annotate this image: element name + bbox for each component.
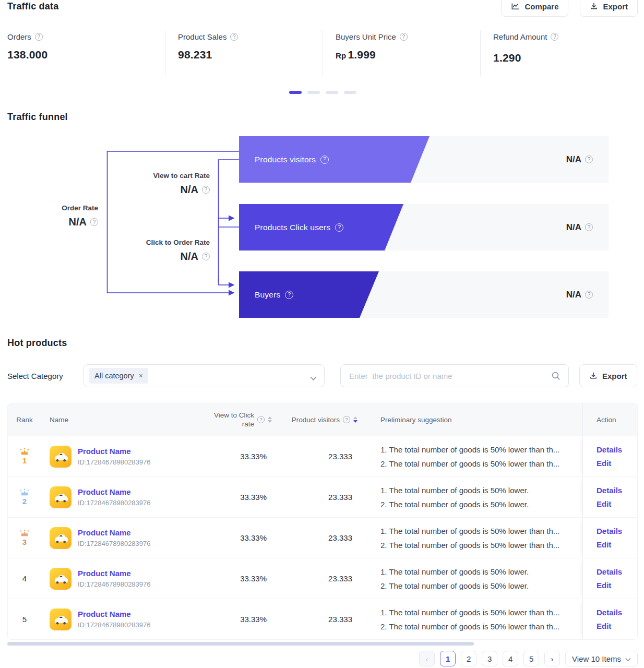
help-icon[interactable]: ? [320,156,329,164]
product-visitors-value: 23.333 [284,493,368,502]
details-link[interactable]: Details [597,565,637,578]
suggestion-line: 1. The total number of goods is 50% lowe… [380,565,582,579]
details-link[interactable]: Details [597,443,637,456]
export-button-top[interactable]: Export [580,0,638,17]
search-icon[interactable] [551,371,560,383]
help-icon[interactable]: ? [551,33,558,41]
page-button-4[interactable]: 4 [503,651,518,666]
product-name-link[interactable]: Product Name [78,528,131,537]
funnel-bar-label: Products Click users [255,223,330,232]
rank-number: 4 [22,574,27,583]
column-header-view-to-click-rate[interactable]: View to Click rate ? [190,411,284,428]
pagination: ‹ 1 2 3 4 5 › View 10 Items [7,651,638,666]
compare-button-label: Compare [524,2,558,11]
help-icon[interactable]: ? [585,291,593,299]
product-image[interactable] [50,609,71,630]
carousel-dot-3[interactable] [326,91,338,94]
help-icon[interactable]: ? [35,33,43,41]
rank-badge: 2 [19,488,30,506]
help-icon[interactable]: ? [585,223,593,231]
sort-icon[interactable] [268,416,272,423]
help-icon[interactable]: ? [230,33,238,41]
funnel-bar-buyers: Buyers ? [239,271,609,318]
page-button-2[interactable]: 2 [461,651,476,666]
category-chip: All category × [89,368,148,384]
product-image[interactable] [50,446,71,468]
carousel-dot-1[interactable] [289,91,302,94]
help-icon[interactable]: ? [202,253,210,260]
stats-row: Orders ? 138.000 Product Sales ? 98.231 … [7,30,638,76]
table-row: 4 Product Name ID:17284678980283976 33.3… [8,558,637,599]
page-button-3[interactable]: 3 [482,651,497,666]
export-button-table[interactable]: Export [579,364,637,387]
product-visitors-value: 23.333 [284,533,368,542]
help-icon[interactable]: ? [285,291,293,299]
product-name-link[interactable]: Product Name [78,569,131,578]
stat-buyers-unit-price: Buyers Unit Price ? Rp1.999 [323,30,480,76]
sort-icon-active-desc[interactable] [353,416,357,423]
edit-link[interactable]: Edit [597,457,637,470]
help-icon[interactable]: ? [257,416,265,423]
product-image[interactable] [50,527,71,549]
column-header-product-visitors[interactable]: Product visitors ? [284,416,368,424]
hot-products-title: Hot products [7,337,638,349]
table-header-row: Rank Name View to Click rate ? Product v… [8,403,637,436]
view-to-click-rate-value: 33.33% [190,574,284,583]
suggestion-line: 1. The total number of goods is 50% lowe… [380,605,582,619]
product-name-link[interactable]: Product Name [78,447,131,456]
product-name-link[interactable]: Product Name [78,487,131,496]
export-button-label: Export [602,372,627,380]
category-select[interactable]: All category × [84,364,325,387]
edit-link[interactable]: Edit [597,619,637,633]
page-button-1[interactable]: 1 [440,651,456,666]
hot-products-table: Rank Name View to Click rate ? Product v… [7,403,638,640]
product-image[interactable] [50,486,71,508]
stat-label: Product Sales [178,32,226,41]
close-icon[interactable]: × [139,372,143,379]
stat-value: 1.999 [348,49,376,61]
help-icon[interactable]: ? [202,186,210,194]
select-category-label: Select Category [7,372,84,380]
details-link[interactable]: Details [597,484,637,497]
help-icon[interactable]: ? [343,416,350,423]
edit-link[interactable]: Edit [597,497,637,510]
compare-button[interactable]: Compare [501,0,568,17]
stat-value: 1.290 [493,52,638,64]
suggestion-line: 1. The total number of goods is 50% lowe… [380,483,582,497]
product-id: ID:17284678980283976 [78,458,151,466]
funnel-row-products-visitors: Products visitors ? N/A ? [239,136,609,183]
carousel-dot-2[interactable] [307,91,320,94]
search-input[interactable] [340,364,569,387]
header-label: Product visitors [292,416,340,424]
details-link[interactable]: Details [597,524,637,538]
table-row: 2 Product Name ID:17284678980283976 33.3… [8,476,637,517]
help-icon[interactable]: ? [585,156,593,163]
next-page-icon[interactable]: › [544,651,560,666]
funnel-title: Traffic funnel [7,111,638,123]
view-to-click-rate-value: 33.33% [190,452,284,461]
help-icon[interactable]: ? [90,218,98,226]
stat-product-sales: Product Sales ? 98.231 [165,30,323,76]
help-icon[interactable]: ? [400,33,408,41]
chevron-down-icon [310,374,317,383]
edit-link[interactable]: Edit [597,538,637,551]
table-row: 1 Product Name ID:17284678980283976 33.3… [8,436,637,476]
chevron-down-icon [625,654,631,663]
product-image[interactable] [50,568,71,590]
help-icon[interactable]: ? [335,223,343,232]
carousel-dot-4[interactable] [344,91,356,94]
stat-label: Buyers Unit Price [336,32,396,41]
product-visitors-value: 23.333 [284,452,368,461]
prev-page-icon[interactable]: ‹ [419,651,435,666]
edit-link[interactable]: Edit [597,579,637,592]
stat-label: Refund Amount [493,32,547,41]
details-link[interactable]: Details [597,606,637,619]
hot-products-filters: Select Category All category × Export [7,364,638,387]
product-name-link[interactable]: Product Name [78,610,131,618]
page-button-5[interactable]: 5 [523,651,539,666]
table-row: 5 Product Name ID:17284678980283976 33.3… [8,599,637,639]
horizontal-scrollbar[interactable] [7,642,474,646]
stat-value: 98.231 [178,49,323,61]
suggestion-line: 2. The total number of goods is 50% lowe… [380,619,582,634]
page-size-select[interactable]: View 10 Items [565,651,638,666]
